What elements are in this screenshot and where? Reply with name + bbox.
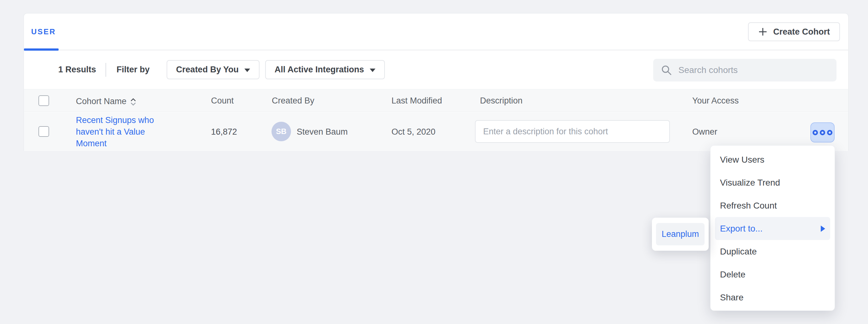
last-modified-date: Oct 5, 2020 — [392, 127, 436, 137]
column-header-cohort-name[interactable]: Cohort Name — [76, 96, 137, 107]
cohorts-panel: USER Create Cohort 1 Results Filter by C… — [23, 13, 849, 150]
export-submenu: Leanplum — [652, 218, 709, 251]
menu-item-export-to[interactable]: Export to... — [715, 217, 830, 240]
search-input[interactable] — [678, 65, 829, 75]
cohort-count: 16,872 — [211, 127, 237, 137]
more-dots-icon — [827, 130, 832, 135]
more-dots-icon — [812, 130, 818, 135]
menu-item-share[interactable]: Share — [715, 286, 830, 309]
sort-icon[interactable] — [130, 97, 137, 107]
integrations-dropdown-label: All Active Integrations — [275, 65, 364, 75]
access-level: Owner — [692, 127, 717, 137]
search-icon — [661, 65, 672, 76]
created-by-dropdown[interactable]: Created By You — [166, 60, 259, 79]
more-dots-icon — [820, 130, 825, 135]
create-cohort-button[interactable]: Create Cohort — [748, 22, 840, 41]
chevron-down-icon — [370, 69, 375, 72]
column-header-created-by[interactable]: Created By — [272, 96, 314, 106]
divider — [105, 63, 106, 77]
cohort-name-link[interactable]: Recent Signups who haven't hit a Value M… — [76, 114, 158, 149]
menu-item-delete[interactable]: Delete — [715, 263, 830, 286]
creator-name: Steven Baum — [297, 127, 348, 137]
table-header: Cohort Name Count Created By Last Modifi… — [24, 89, 848, 112]
menu-item-duplicate[interactable]: Duplicate — [715, 240, 830, 263]
cohort-name-header-label: Cohort Name — [76, 97, 127, 106]
filter-by-label: Filter by — [117, 65, 150, 75]
row-checkbox[interactable] — [38, 126, 49, 137]
avatar: SB — [272, 122, 291, 141]
plus-icon — [758, 27, 768, 36]
create-cohort-label: Create Cohort — [773, 27, 830, 37]
column-header-description[interactable]: Description — [480, 96, 523, 106]
tab-bar: USER Create Cohort — [24, 13, 848, 50]
column-header-count[interactable]: Count — [211, 96, 234, 106]
submenu-arrow-icon — [821, 225, 825, 232]
export-to-label: Export to... — [720, 224, 763, 234]
column-header-your-access[interactable]: Your Access — [692, 96, 739, 106]
tab-user[interactable]: USER — [31, 27, 56, 36]
menu-item-visualize-trend[interactable]: Visualize Trend — [715, 171, 830, 194]
search-cohorts-box[interactable] — [653, 59, 837, 81]
row-actions-menu: View Users Visualize Trend Refresh Count… — [710, 145, 835, 311]
column-header-last-modified[interactable]: Last Modified — [392, 96, 442, 106]
created-by-dropdown-label: Created By You — [176, 65, 239, 75]
menu-item-view-users[interactable]: View Users — [715, 148, 830, 171]
integrations-dropdown[interactable]: All Active Integrations — [265, 60, 385, 79]
menu-item-refresh-count[interactable]: Refresh Count — [715, 194, 830, 217]
select-all-checkbox[interactable] — [38, 95, 49, 106]
row-actions-button[interactable] — [810, 122, 835, 143]
submenu-item-leanplum[interactable]: Leanplum — [656, 223, 705, 245]
description-input[interactable] — [475, 120, 670, 143]
results-count: 1 Results — [58, 65, 96, 75]
chevron-down-icon — [244, 69, 250, 72]
